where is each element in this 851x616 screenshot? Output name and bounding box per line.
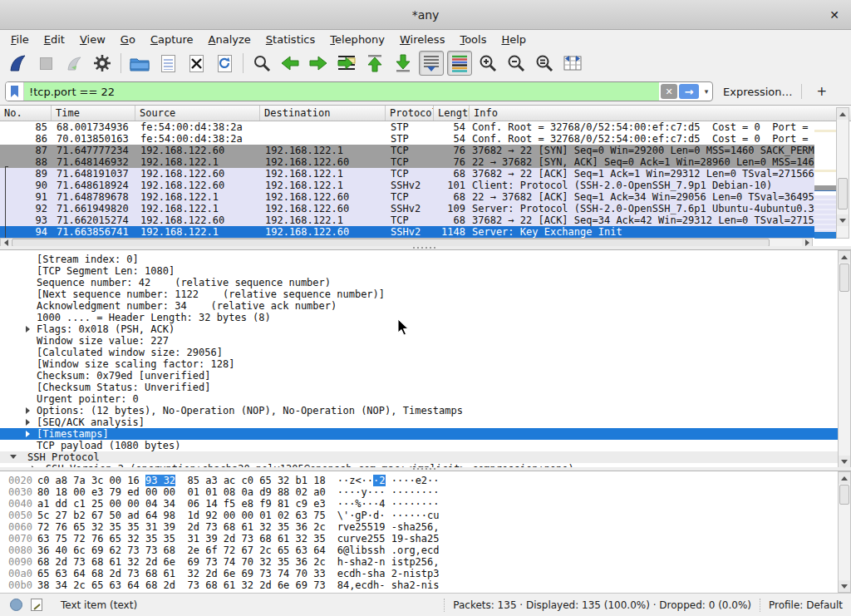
- packet-row[interactable]: 8971.648191037192.168.122.60192.168.122.…: [0, 168, 814, 180]
- find-packet-button[interactable]: [249, 51, 274, 76]
- open-file-button[interactable]: [127, 51, 152, 76]
- restart-capture-button[interactable]: [61, 51, 86, 76]
- expander-right-icon[interactable]: [26, 326, 30, 333]
- filter-apply-button[interactable]: →: [679, 84, 699, 99]
- detail-row[interactable]: Window size value: 227: [0, 335, 838, 347]
- scroll-down-button[interactable]: [837, 214, 849, 226]
- column-header-length[interactable]: Length: [434, 106, 470, 121]
- hex-row[interactable]: 00a065 63 64 68 2d 73 68 61 32 2d 6e 69 …: [0, 568, 851, 579]
- auto-scroll-button[interactable]: [419, 51, 444, 76]
- filter-clear-button[interactable]: ✕: [661, 84, 677, 99]
- column-header-source[interactable]: Source: [135, 106, 260, 121]
- hex-row[interactable]: 003080 18 00 e3 79 ed 00 00 01 01 08 0a …: [0, 486, 851, 498]
- menu-item-file[interactable]: File: [3, 32, 37, 47]
- packet-row[interactable]: 8871.648146932192.168.122.1192.168.122.6…: [0, 156, 814, 168]
- packet-row[interactable]: 9071.648618924192.168.122.60192.168.122.…: [0, 180, 814, 191]
- column-header-info[interactable]: Info: [470, 106, 851, 121]
- hex-vscrollbar[interactable]: [838, 471, 851, 593]
- detail-row[interactable]: [Stream index: 0]: [0, 254, 838, 265]
- details-vscrollbar[interactable]: [838, 250, 851, 467]
- detail-row[interactable]: [Checksum Status: Unverified]: [0, 382, 838, 393]
- detail-row-selected[interactable]: [Timestamps]: [0, 428, 838, 440]
- menu-item-tools[interactable]: Tools: [452, 32, 494, 47]
- go-last-button[interactable]: [391, 51, 416, 76]
- packet-row[interactable]: 8568.001734936fe:54:00:d4:38:2aSTP54Conf…: [0, 121, 814, 133]
- detail-row[interactable]: [SEQ/ACK analysis]: [0, 416, 838, 428]
- stop-capture-button[interactable]: [33, 51, 58, 76]
- detail-row[interactable]: Flags: 0x018 (PSH, ACK): [0, 323, 838, 335]
- close-file-button[interactable]: [184, 51, 209, 76]
- menu-item-capture[interactable]: Capture: [143, 32, 201, 47]
- reload-file-button[interactable]: [212, 51, 237, 76]
- menu-item-edit[interactable]: Edit: [37, 32, 72, 47]
- hex-row[interactable]: 00b038 34 2c 65 63 64 68 2d 73 68 61 32 …: [0, 579, 851, 591]
- go-back-button[interactable]: [278, 51, 303, 76]
- detail-row[interactable]: [Next sequence number: 1122 (relative se…: [0, 288, 838, 300]
- column-header-time[interactable]: Time: [52, 106, 135, 121]
- zoom-original-button[interactable]: [532, 51, 557, 76]
- menu-item-statistics[interactable]: Statistics: [258, 32, 322, 47]
- detail-row[interactable]: [Window size scaling factor: 128]: [0, 358, 838, 370]
- zoom-in-button[interactable]: [475, 51, 500, 76]
- hex-row[interactable]: 00505c 27 b2 67 50 ad 64 98 1d 92 00 00 …: [0, 510, 851, 521]
- capture-options-button[interactable]: [90, 51, 115, 76]
- hex-row[interactable]: 0020 c0 a8 7a 3c 00 16 93 32 85 a3 ac c0…: [0, 475, 851, 486]
- hex-row[interactable]: 006072 76 65 32 35 35 31 39 2d 73 68 61 …: [0, 521, 851, 533]
- expander-down-icon[interactable]: [10, 455, 17, 459]
- filter-history-dropdown[interactable]: ▾: [701, 87, 712, 96]
- start-capture-button[interactable]: [5, 51, 30, 76]
- close-button[interactable]: ✕: [826, 7, 843, 23]
- scroll-up-button[interactable]: [839, 251, 850, 263]
- vscroll-thumb[interactable]: [838, 178, 848, 209]
- hex-row[interactable]: 007063 75 72 76 65 32 35 35 31 39 2d 73 …: [0, 533, 851, 545]
- detail-row[interactable]: TCP payload (1080 bytes): [0, 440, 838, 451]
- go-to-packet-button[interactable]: [334, 51, 359, 76]
- zoom-out-button[interactable]: [504, 51, 529, 76]
- detail-row[interactable]: Sequence number: 42 (relative sequence n…: [0, 277, 838, 288]
- column-header-protocol[interactable]: Protocol: [386, 106, 434, 121]
- expander-right-icon[interactable]: [26, 407, 30, 414]
- packet-list-vscrollbar[interactable]: [836, 107, 849, 239]
- detail-row[interactable]: Checksum: 0x79ed [unverified]: [0, 370, 838, 382]
- save-file-button[interactable]: [155, 51, 180, 76]
- hex-row[interactable]: 008036 40 6c 69 62 73 73 68 2e 6f 72 67 …: [0, 545, 851, 556]
- expander-right-icon[interactable]: [26, 431, 30, 437]
- packet-row[interactable]: 9271.661949820192.168.122.1192.168.122.6…: [0, 203, 814, 214]
- detail-row[interactable]: Acknowledgment number: 34 (relative ack …: [0, 300, 838, 312]
- go-first-button[interactable]: [362, 51, 387, 76]
- menu-item-telephony[interactable]: Telephony: [322, 32, 392, 47]
- packet-row[interactable]: 8670.013850163fe:54:00:d4:38:2aSTP54Conf…: [0, 133, 814, 145]
- resize-columns-button[interactable]: [560, 51, 585, 76]
- expert-info-button[interactable]: [10, 599, 22, 611]
- detail-row[interactable]: [TCP Segment Len: 1080]: [0, 265, 838, 277]
- profile-button[interactable]: Profile: Default: [769, 599, 843, 611]
- detail-row[interactable]: Options: (12 bytes), No-Operation (NOP),…: [0, 405, 838, 416]
- menu-item-view[interactable]: View: [72, 32, 113, 47]
- scrollbar-minimap[interactable]: [814, 121, 836, 239]
- detail-row[interactable]: Urgent pointer: 0: [0, 393, 838, 405]
- hex-row[interactable]: 0040a1 dd c1 25 00 00 04 34 06 14 f5 e8 …: [0, 498, 851, 510]
- detail-row[interactable]: SSH Protocol: [0, 451, 838, 463]
- scroll-up-button[interactable]: [837, 108, 849, 120]
- capture-comment-button[interactable]: [31, 599, 42, 611]
- go-forward-button[interactable]: [306, 51, 331, 76]
- vscroll-thumb[interactable]: [839, 264, 849, 292]
- menu-item-wireless[interactable]: Wireless: [392, 32, 452, 47]
- expression-button[interactable]: Expression…: [723, 86, 793, 98]
- detail-row[interactable]: [Calculated window size: 29056]: [0, 347, 838, 358]
- column-header-no[interactable]: No.: [0, 106, 52, 121]
- hex-row[interactable]: 009068 2d 73 68 61 32 2d 6e 69 73 74 70 …: [0, 556, 851, 568]
- colorize-button[interactable]: [447, 51, 472, 76]
- vscroll-thumb[interactable]: [839, 485, 849, 505]
- expander-right-icon[interactable]: [26, 419, 30, 426]
- packet-row[interactable]: 8771.647777234192.168.122.60192.168.122.…: [0, 145, 814, 156]
- filter-bookmark-button[interactable]: [6, 82, 24, 101]
- display-filter-input[interactable]: !tcp.port == 22: [24, 82, 659, 101]
- packet-row[interactable]: 9171.648789678192.168.122.1192.168.122.6…: [0, 191, 814, 203]
- scroll-down-button[interactable]: [839, 580, 850, 592]
- menu-item-analyze[interactable]: Analyze: [201, 32, 258, 47]
- scroll-up-button[interactable]: [839, 472, 850, 484]
- menu-item-help[interactable]: Help: [494, 32, 534, 47]
- detail-row[interactable]: 1000 .... = Header Length: 32 bytes (8): [0, 312, 838, 323]
- menu-item-go[interactable]: Go: [113, 32, 143, 47]
